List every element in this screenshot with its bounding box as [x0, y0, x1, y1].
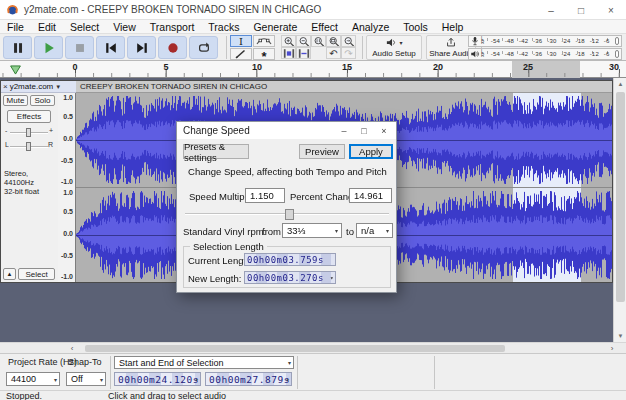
combo-arrow-icon: ▾ — [335, 227, 338, 234]
vertical-scrollbar[interactable]: ▲ ▼ — [613, 78, 626, 342]
menu-transport[interactable]: Transport — [143, 21, 202, 33]
from-label: from — [262, 226, 281, 237]
speed-multiplier-field[interactable]: 1.150 — [245, 188, 285, 203]
selection-tool-button[interactable]: I — [230, 35, 252, 47]
speed-slider[interactable] — [185, 208, 389, 220]
dialog-minimize-button[interactable]: – — [334, 122, 354, 139]
status-state: Stopped. — [6, 391, 42, 400]
menu-tracks[interactable]: Tracks — [201, 21, 246, 33]
track-name[interactable]: y2mate.com — [10, 82, 54, 91]
percent-change-field[interactable]: 14.961 — [349, 188, 392, 203]
preview-button[interactable]: Preview — [299, 144, 345, 159]
pan-thumb[interactable] — [26, 142, 31, 151]
menu-help[interactable]: Help — [435, 21, 471, 33]
vinyl-from-combo[interactable]: 33⅓ ▾ — [282, 223, 342, 238]
track-close-icon[interactable]: × — [3, 82, 8, 91]
vinyl-from-value: 33⅓ — [287, 225, 306, 236]
pause-button[interactable] — [3, 36, 32, 59]
silence-audio-button[interactable] — [296, 47, 311, 59]
pause-icon — [11, 41, 25, 55]
recording-clip-indicator — [615, 37, 619, 45]
current-length-field[interactable]: 00h00m03.759s — [244, 253, 336, 266]
solo-button[interactable]: Solo — [30, 95, 55, 106]
draw-tool-button[interactable] — [230, 48, 252, 60]
project-rate-combo[interactable]: 44100 ▾ — [6, 372, 60, 386]
dialog-title-bar[interactable]: Change Speed – □ × — [177, 122, 396, 139]
playback-meter[interactable]: LR -54 -48 -42 -36 -30 -24 -18 -12 -6 — [468, 48, 622, 60]
track-menu-caret-icon[interactable]: ▼ — [55, 84, 61, 90]
menu-effect[interactable]: Effect — [304, 21, 345, 33]
selection-range-mode-combo[interactable]: Start and End of Selection ▾ — [114, 356, 294, 369]
loop-button[interactable] — [189, 36, 218, 59]
horizontal-scrollbar[interactable]: ‹ › — [0, 342, 626, 353]
envelope-tool-button[interactable] — [253, 35, 275, 47]
play-icon — [42, 41, 56, 55]
zoom-selection-button[interactable] — [311, 35, 326, 47]
zoom-fit-project-button[interactable] — [326, 35, 341, 47]
dialog-maximize-button[interactable]: □ — [354, 122, 374, 139]
effects-button[interactable]: Effects — [7, 110, 51, 123]
recording-meter[interactable]: LR -54 -48 -42 -36 -30 -24 -18 -12 -6 — [468, 35, 622, 47]
track-header[interactable]: × y2mate.com ▼ — [1, 81, 76, 93]
scroll-left-icon[interactable]: ‹ — [66, 343, 78, 353]
close-button[interactable]: × — [596, 0, 626, 20]
trim-audio-button[interactable] — [281, 47, 296, 59]
selection-end-field[interactable]: 00h00m27.879s ▾ — [205, 372, 292, 386]
timeline-options-button[interactable] — [4, 62, 26, 77]
pan-slider[interactable]: L R — [5, 141, 53, 151]
clip-title-bar[interactable]: CREEPY BROKEN TORNADO SIREN IN CHICAGO — [76, 81, 612, 93]
zoom-toggle-button[interactable] — [341, 35, 356, 47]
vinyl-to-value: n/a — [361, 225, 374, 236]
presets-settings-button[interactable]: Presets & settings — [183, 144, 249, 159]
menu-select[interactable]: Select — [63, 21, 106, 33]
speed-slider-thumb[interactable] — [285, 209, 294, 220]
horizontal-scroll-thumb[interactable] — [85, 345, 505, 352]
spinner-icon: ▾ — [195, 376, 199, 383]
gain-thumb[interactable] — [26, 128, 31, 137]
selection-length-label: Selection Length — [190, 241, 267, 252]
new-length-value: 00h00m03.270s — [247, 273, 324, 283]
redo-button[interactable]: ↷ — [341, 47, 356, 59]
menu-edit[interactable]: Edit — [31, 21, 63, 33]
scroll-up-icon[interactable]: ▲ — [614, 78, 626, 90]
meter-lr-label: LR — [481, 50, 484, 59]
vertical-scroll-thumb[interactable] — [616, 92, 625, 302]
scroll-down-icon[interactable]: ▼ — [614, 330, 626, 342]
scale-label: -0.5 — [61, 252, 73, 259]
zoom-in-button[interactable] — [281, 35, 296, 47]
menu-analyze[interactable]: Analyze — [345, 21, 396, 33]
new-length-field[interactable]: 00h00m03.270s ▾ — [244, 271, 336, 284]
menu-tools[interactable]: Tools — [396, 21, 435, 33]
gain-slider[interactable]: - + — [5, 127, 53, 137]
toolbar-separator — [434, 356, 435, 389]
collapse-track-button[interactable]: ▲ — [3, 268, 16, 280]
skip-to-end-button[interactable] — [127, 36, 156, 59]
vinyl-to-combo[interactable]: n/a ▾ — [356, 223, 393, 238]
snap-to-combo[interactable]: Off ▾ — [66, 372, 106, 386]
dialog-close-button[interactable]: × — [374, 122, 394, 139]
menu-generate[interactable]: Generate — [246, 21, 304, 33]
selection-start-field[interactable]: 00h00m24.120s ▾ — [114, 372, 201, 386]
edit-toolbar-spacer — [311, 47, 326, 59]
collapse-icon: ▲ — [7, 271, 13, 277]
trim-audio-icon — [283, 48, 295, 59]
mute-button[interactable]: Mute — [3, 95, 28, 106]
skip-to-start-button[interactable] — [96, 36, 125, 59]
maximize-button[interactable]: □ — [566, 0, 596, 20]
zoom-out-button[interactable] — [296, 35, 311, 47]
undo-button[interactable]: ↶ — [326, 47, 341, 59]
select-track-button[interactable]: Select — [18, 268, 55, 280]
multi-tool-button[interactable]: * — [253, 48, 275, 60]
scroll-right-icon[interactable]: › — [606, 343, 618, 353]
minimize-button[interactable]: – — [536, 0, 566, 20]
menu-file[interactable]: File — [0, 21, 31, 33]
scale-label: 0.5 — [63, 113, 73, 120]
timeline-ruler[interactable]: 0 5 10 15 20 25 30 — [0, 61, 626, 78]
apply-button[interactable]: Apply — [349, 144, 393, 159]
audio-setup-button[interactable]: ▾ Audio Setup — [366, 35, 422, 60]
menu-view[interactable]: View — [106, 21, 143, 33]
play-button[interactable] — [34, 36, 63, 59]
track-control-panel: Mute Solo Effects - + L R Stereo, 44100H… — [1, 93, 58, 282]
stop-button[interactable] — [65, 36, 94, 59]
record-button[interactable] — [158, 36, 187, 59]
